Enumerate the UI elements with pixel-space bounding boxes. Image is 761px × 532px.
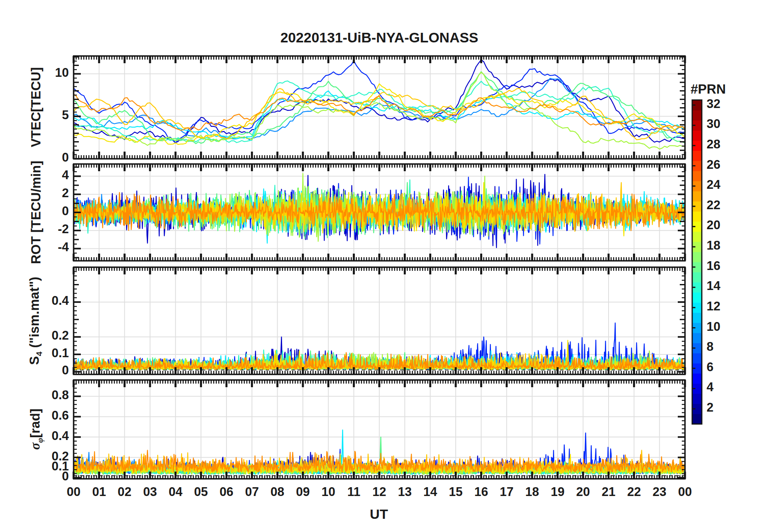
x-tick-label: 00 <box>667 485 703 499</box>
figure: 20220131-UiB-NYA-GLONASS VTEC[TECU] ROT … <box>0 0 761 532</box>
y-tick-label: 0.4 <box>33 429 69 443</box>
colorbar-tick-label: 28 <box>707 137 743 152</box>
rot-panel <box>74 164 685 261</box>
colorbar-tick-label: 18 <box>707 238 743 253</box>
y-tick-label: 4 <box>33 168 69 182</box>
y-tick-label: 2 <box>33 186 69 200</box>
y-tick-label: 0.8 <box>33 388 69 402</box>
colorbar <box>692 100 702 424</box>
colorbar-tick-label: 26 <box>707 158 743 172</box>
colorbar-tick-label: 8 <box>707 340 743 354</box>
plot-canvas <box>0 0 761 532</box>
y-tick-label: 0 <box>33 204 69 218</box>
colorbar-tick-label: 14 <box>707 279 743 293</box>
y-tick-label: 0.6 <box>33 408 69 423</box>
y-tick-label: 0.4 <box>33 294 69 308</box>
x-axis-label: UT <box>355 506 403 522</box>
chart-title: 20220131-UiB-NYA-GLONASS <box>74 30 685 46</box>
colorbar-tick-label: 6 <box>707 360 743 374</box>
y-tick-label: 5 <box>33 108 69 122</box>
y-tick-label: 0.1 <box>33 346 69 360</box>
y-tick-label: 0.2 <box>33 449 69 464</box>
y-tick-label: 0 <box>33 363 69 378</box>
s4-panel <box>74 267 685 374</box>
y-tick-label: -2 <box>33 222 69 236</box>
sigma_phi-panel <box>74 380 685 479</box>
colorbar-title: #PRN <box>680 82 736 97</box>
colorbar-tick-label: 12 <box>707 299 743 314</box>
colorbar-tick-label: 2 <box>707 400 743 415</box>
colorbar-tick-label: 20 <box>707 218 743 232</box>
colorbar-tick-label: 4 <box>707 380 743 394</box>
y-tick-label: -4 <box>33 240 69 254</box>
colorbar-tick-label: 16 <box>707 259 743 273</box>
vtec-panel <box>74 56 685 159</box>
colorbar-tick-label: 30 <box>707 117 743 131</box>
colorbar-tick-label: 24 <box>707 178 743 192</box>
y-tick-label: 0 <box>33 150 69 165</box>
y-tick-label: 10 <box>33 66 69 80</box>
colorbar-tick-label: 22 <box>707 198 743 212</box>
y-tick-label: 0.2 <box>33 328 69 343</box>
colorbar-tick-label: 10 <box>707 320 743 334</box>
colorbar-tick-label: 32 <box>707 97 743 111</box>
